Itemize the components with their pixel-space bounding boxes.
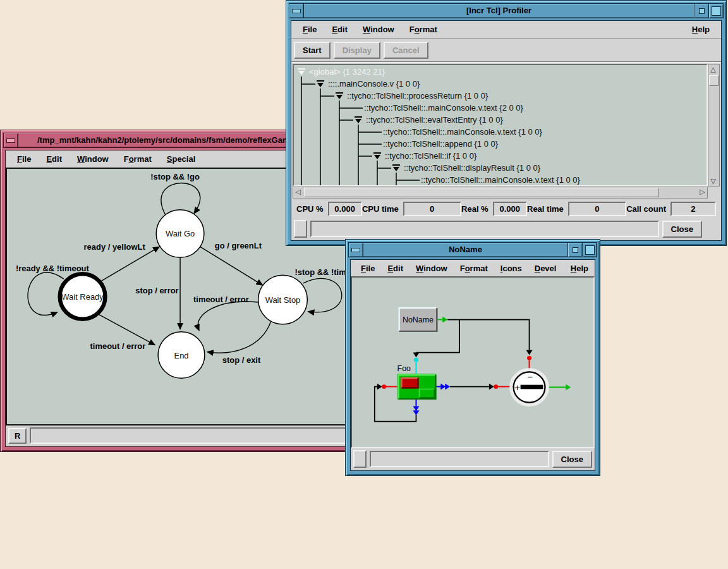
tree-expand-icon[interactable]: [373, 152, 381, 161]
scroll-up-icon[interactable]: △: [708, 64, 718, 74]
port-dot-red-mid[interactable]: [494, 384, 498, 389]
iconify-button[interactable]: [567, 243, 582, 257]
menu-item-file[interactable]: File: [295, 25, 324, 34]
scroll-left-icon[interactable]: ◁: [293, 187, 303, 197]
horizontal-scrollbar[interactable]: ◁ ▷: [293, 187, 708, 199]
tree-row[interactable]: ::tycho::TclShell::.mainConsole.v.text {…: [294, 102, 707, 114]
state-wait-ready[interactable]: Wait Ready: [60, 274, 106, 319]
label-ready-go: ready / yellowLt: [84, 242, 146, 252]
menu-item-help[interactable]: Help: [568, 264, 591, 273]
profiler-status-entry[interactable]: [310, 221, 659, 237]
call-tree[interactable]: <global> {1 3242 21} ::::.mainConsole.v …: [293, 64, 708, 187]
cpu-time-field: 0: [403, 202, 461, 216]
noname-window-title: NoName: [363, 243, 567, 257]
noname-bottom-bar: Close: [351, 448, 595, 470]
transition-waitready-to-end[interactable]: [97, 314, 155, 345]
menu-item-file[interactable]: File: [9, 154, 39, 164]
menu-item-format[interactable]: Format: [116, 154, 159, 164]
transition-go-to-waitstop[interactable]: [200, 247, 263, 285]
block-noname[interactable]: NoName: [399, 307, 438, 332]
window-menu-button[interactable]: [289, 4, 304, 18]
noname-canvas[interactable]: NoName Foo: [351, 276, 595, 448]
noname-window: NoName File Edit Window Format Icons Dev…: [345, 239, 600, 476]
transition-waitstop-to-end-lower[interactable]: [207, 320, 272, 353]
r-button[interactable]: R: [8, 428, 27, 444]
port-dot-red-top[interactable]: [527, 356, 531, 360]
label-loop-go: !stop && !go: [150, 172, 200, 181]
menu-item-window[interactable]: Window: [355, 25, 402, 34]
menu-item-format[interactable]: Format: [454, 264, 494, 273]
menu-item-devel[interactable]: Devel: [528, 264, 563, 273]
fsm-status-entry[interactable]: [30, 427, 371, 444]
maximize-button[interactable]: [708, 4, 723, 18]
transition-ready-to-waitgo[interactable]: [99, 247, 159, 282]
tree-row[interactable]: ::tycho::TclShell::.mainConsole.v.text {…: [294, 126, 707, 138]
menu-item-window[interactable]: Window: [410, 264, 454, 273]
maximize-button[interactable]: [582, 243, 597, 257]
vscroll-thumb[interactable]: [709, 75, 719, 86]
menu-item-format[interactable]: Format: [402, 25, 445, 34]
transition-waitstop-to-end-upper[interactable]: [198, 302, 258, 331]
tree-row[interactable]: ::tycho::TclShell::processReturn {1 0 0}: [294, 90, 707, 102]
tree-expand-icon[interactable]: [355, 116, 362, 125]
hscroll-thumb[interactable]: [304, 188, 659, 197]
tree-expand-icon[interactable]: [298, 68, 305, 76]
state-end[interactable]: End: [158, 332, 205, 379]
profiler-window: [Incr Tcl] Profiler File Edit Window For…: [286, 0, 727, 246]
tree-row[interactable]: ::::.mainConsole.v {1 0 0}: [294, 78, 707, 90]
vertical-scrollbar[interactable]: △ ▽: [708, 64, 720, 187]
noname-titlebar[interactable]: NoName: [348, 242, 597, 257]
tree-row[interactable]: ::tycho::TclShell::append {1 0 0}: [294, 138, 707, 150]
iconify-button[interactable]: [694, 4, 708, 18]
scroll-down-icon[interactable]: ▽: [708, 176, 718, 186]
block-summer[interactable]: − +: [511, 370, 548, 405]
menu-item-icons[interactable]: Icons: [494, 264, 528, 273]
menu-item-edit[interactable]: Edit: [39, 154, 70, 164]
port-dot-cyan[interactable]: [414, 358, 418, 362]
menu-item-edit[interactable]: Edit: [324, 25, 355, 34]
profiler-toolbar: Start Display Cancel: [291, 39, 721, 61]
state-wait-go[interactable]: Wait Go: [156, 210, 204, 258]
tree-expand-icon[interactable]: [336, 92, 343, 101]
close-button[interactable]: Close: [552, 451, 592, 468]
transition-loop-wait-stop[interactable]: [303, 278, 341, 312]
desktop: { "colors": { "desktop_bg": "#f3e8d8", "…: [0, 0, 728, 569]
window-menu-button[interactable]: [349, 243, 363, 257]
tree-expand-icon[interactable]: [392, 164, 400, 173]
menu-item-edit[interactable]: Edit: [381, 264, 410, 273]
menu-item-help[interactable]: Help: [684, 25, 717, 34]
state-wait-stop[interactable]: Wait Stop: [258, 275, 308, 324]
tree-expand-icon[interactable]: [317, 80, 324, 89]
tree-row[interactable]: ::tycho::TclShell::if {1 0 0}: [294, 150, 707, 162]
foo-label: Foo: [397, 365, 411, 374]
svg-text:Wait Stop: Wait Stop: [265, 295, 301, 305]
menu-item-special[interactable]: Special: [159, 154, 203, 164]
iconify-icon: [699, 8, 705, 14]
cpu-time-label: CPU time: [362, 204, 399, 214]
port-dot-red-left[interactable]: [382, 384, 386, 389]
display-button[interactable]: Display: [334, 42, 380, 59]
menu-item-file[interactable]: File: [355, 264, 381, 273]
call-count-field: 2: [670, 202, 716, 216]
window-menu-button[interactable]: [4, 133, 18, 147]
foo-red-led: [401, 377, 419, 388]
resize-grip[interactable]: [353, 450, 367, 468]
profiler-titlebar[interactable]: [Incr Tcl] Profiler: [289, 3, 724, 18]
call-count-label: Call count: [626, 204, 666, 214]
cancel-button[interactable]: Cancel: [384, 42, 428, 59]
noname-status-entry[interactable]: [370, 451, 549, 467]
cpu-pct-field: 0.000: [328, 202, 362, 216]
menu-item-window[interactable]: Window: [70, 154, 116, 164]
noname-menubar: File Edit Window Format Icons Devel Help: [351, 260, 595, 276]
close-button[interactable]: Close: [662, 221, 702, 238]
tree-row[interactable]: <global> {1 3242 21}: [294, 66, 707, 78]
tree-row[interactable]: ::tycho::TclShell::evalTextEntry {1 0 0}: [294, 114, 707, 126]
start-button[interactable]: Start: [294, 42, 331, 59]
label-stop-end-lower: stop / exit: [222, 355, 261, 365]
tree-row[interactable]: ::tycho::TclShell::.mainConsole.v.text {…: [294, 174, 707, 186]
block-diagram: NoName Foo: [352, 278, 593, 447]
tree-row[interactable]: ::tycho::TclShell::displayResult {1 0 0}: [294, 162, 707, 174]
iconify-icon: [573, 247, 578, 253]
scroll-right-icon[interactable]: ▷: [698, 187, 707, 197]
resize-grip[interactable]: [294, 220, 307, 238]
